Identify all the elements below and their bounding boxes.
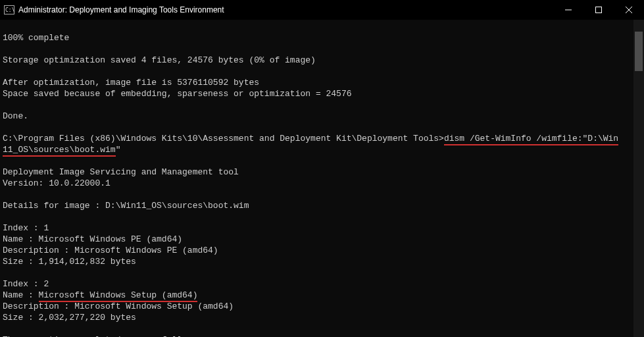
- terminal-line: [3, 189, 644, 200]
- window-title: Administrator: Deployment and Imaging To…: [18, 5, 224, 14]
- minimize-button[interactable]: [553, 0, 583, 20]
- terminal-line: Storage optimization saved 4 files, 2457…: [3, 55, 644, 66]
- terminal-line: Size : 2,032,277,220 bytes: [3, 312, 644, 323]
- titlebar-left: C:\ Administrator: Deployment and Imagin…: [4, 5, 224, 14]
- terminal-line: Index : 2: [3, 278, 644, 290]
- terminal-line: Deployment Image Servicing and Managemen…: [3, 167, 644, 178]
- terminal-line: [3, 323, 644, 334]
- terminal-output: 100% completeStorage optimization saved …: [0, 20, 644, 337]
- terminal-line: Name : Microsoft Windows PE (amd64): [3, 234, 644, 245]
- terminal-line: Version: 10.0.22000.1: [3, 178, 644, 189]
- index2-name-prefix: Name :: [3, 290, 39, 300]
- dism-command-part2: 11_OS\sources\boot.wim: [3, 145, 116, 157]
- prompt-path: C:\Program Files (x86)\Windows Kits\10\A…: [3, 134, 444, 143]
- terminal-line: Description : Microsoft Windows Setup (a…: [3, 301, 644, 312]
- window-titlebar: C:\ Administrator: Deployment and Imagin…: [0, 0, 644, 20]
- terminal-line: [3, 43, 644, 55]
- terminal-line: Details for image : D:\Win11_OS\sources\…: [3, 200, 644, 211]
- terminal-line: [3, 267, 644, 278]
- terminal-line: 100% complete: [3, 32, 644, 43]
- terminal-line: Done.: [3, 111, 644, 122]
- dism-command-tail: ": [116, 145, 121, 155]
- terminal-line: The operation completed successfully.: [3, 334, 644, 337]
- maximize-button[interactable]: [583, 0, 614, 20]
- terminal-line: [3, 155, 644, 167]
- vertical-scrollbar[interactable]: [633, 20, 644, 337]
- close-button[interactable]: [614, 0, 644, 20]
- svg-rect-0: [596, 7, 602, 13]
- window-controls: [553, 0, 644, 20]
- terminal-line: After optimization, image file is 537611…: [3, 77, 644, 88]
- terminal-line: Description : Microsoft Windows PE (amd6…: [3, 245, 644, 256]
- terminal-line: [3, 99, 644, 111]
- terminal-line: Index : 1: [3, 222, 644, 234]
- dism-command-part1: dism /Get-WimInfo /wimfile:"D:\Win: [444, 134, 618, 145]
- terminal-line: [3, 211, 644, 222]
- scrollbar-thumb[interactable]: [635, 32, 643, 71]
- terminal-line: [3, 66, 644, 77]
- terminal-line: Size : 1,914,012,832 bytes: [3, 256, 644, 267]
- terminal-body[interactable]: 100% completeStorage optimization saved …: [0, 20, 644, 337]
- terminal-line: Space saved because of embedding, sparse…: [3, 88, 644, 99]
- cmd-prompt-icon: C:\: [4, 5, 14, 14]
- terminal-line: [3, 122, 644, 133]
